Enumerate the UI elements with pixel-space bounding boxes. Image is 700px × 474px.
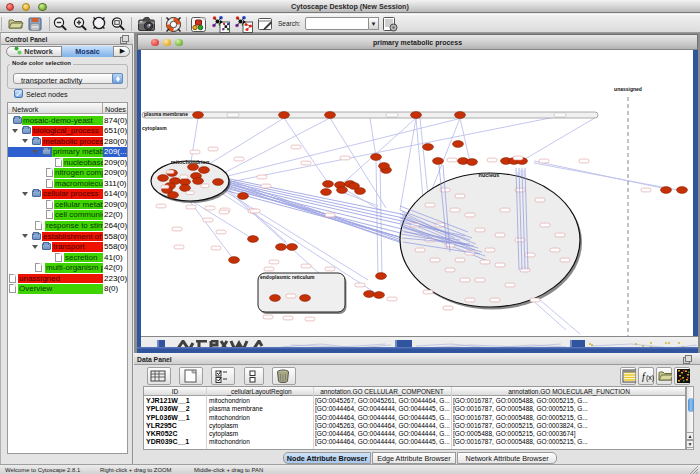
svg-text:unassigned: unassigned (614, 86, 642, 92)
svg-text:endoplasmic reticulum: endoplasmic reticulum (260, 274, 315, 280)
svg-text:cytoplasm: cytoplasm (142, 125, 167, 131)
svg-text:nucleus: nucleus (479, 172, 500, 178)
svg-text:(x): (x) (646, 374, 654, 382)
svg-text:plasma membrane: plasma membrane (144, 111, 188, 117)
